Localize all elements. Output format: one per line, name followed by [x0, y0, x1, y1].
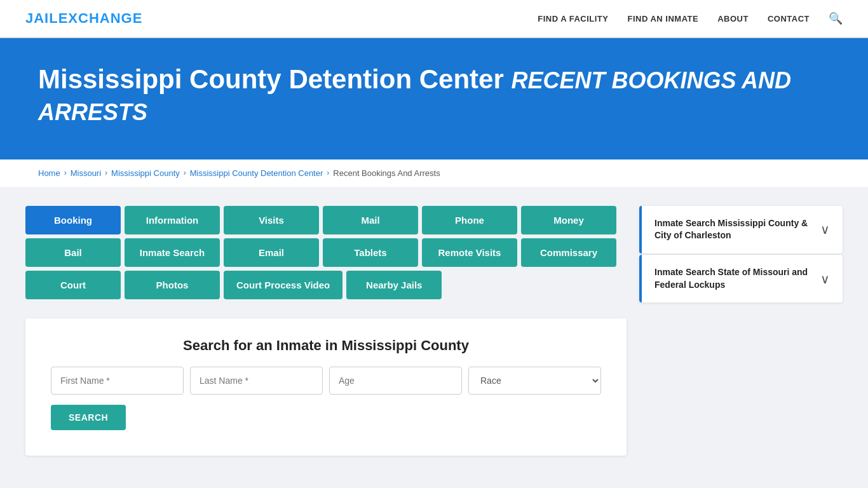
tab-photos[interactable]: Photos [125, 271, 220, 299]
search-button[interactable]: SEARCH [51, 405, 126, 430]
race-select[interactable]: Race White Black Hispanic Asian Other [468, 367, 601, 395]
breadcrumb-current: Recent Bookings And Arrests [333, 168, 440, 178]
breadcrumb-sep-3: › [184, 168, 186, 177]
tab-money[interactable]: Money [521, 206, 616, 234]
inmate-search-form: Search for an Inmate in Mississippi Coun… [25, 318, 627, 456]
navbar: JAILEXCHANGE FIND A FACILITY FIND AN INM… [0, 0, 868, 38]
breadcrumb-sep-1: › [64, 168, 67, 177]
breadcrumb-home[interactable]: Home [38, 168, 60, 178]
sidebar-card-2: Inmate Search State of Missouri and Fede… [639, 255, 843, 302]
tab-booking[interactable]: Booking [25, 206, 121, 234]
chevron-down-icon-2: ∨ [820, 271, 830, 287]
breadcrumb-sep-4: › [327, 168, 329, 177]
age-input[interactable] [329, 367, 462, 395]
tab-tablets[interactable]: Tablets [323, 238, 418, 267]
tab-bail[interactable]: Bail [25, 238, 121, 267]
logo-jail: JAIL [25, 10, 58, 26]
tab-court-process-video[interactable]: Court Process Video [224, 271, 342, 299]
sidebar-card-2-header[interactable]: Inmate Search State of Missouri and Fede… [639, 255, 843, 302]
tab-information[interactable]: Information [125, 206, 220, 234]
tab-email[interactable]: Email [224, 238, 319, 267]
tabs-grid: Booking Information Visits Mail Phone Mo… [25, 206, 627, 299]
sidebar-card-1: Inmate Search Mississippi County & City … [639, 206, 843, 254]
sidebar-card-2-title: Inmate Search State of Missouri and Fede… [654, 266, 820, 291]
tab-phone[interactable]: Phone [422, 206, 517, 234]
logo-exchange: EXCHANGE [58, 10, 143, 26]
sidebar-card-1-header[interactable]: Inmate Search Mississippi County & City … [639, 206, 843, 254]
last-name-input[interactable] [190, 367, 323, 395]
nav-find-inmate[interactable]: FIND AN INMATE [627, 13, 698, 24]
breadcrumb-sep-2: › [105, 168, 107, 177]
search-form-title: Search for an Inmate in Mississippi Coun… [51, 337, 601, 354]
breadcrumb: Home › Missouri › Mississippi County › M… [0, 159, 868, 187]
nav-menu: FIND A FACILITY FIND AN INMATE ABOUT CON… [538, 11, 843, 25]
sidebar-card-1-title: Inmate Search Mississippi County & City … [654, 217, 820, 242]
breadcrumb-missouri[interactable]: Missouri [71, 168, 101, 178]
tabs-section: Booking Information Visits Mail Phone Mo… [25, 206, 627, 456]
first-name-input[interactable] [51, 367, 184, 395]
nav-contact[interactable]: CONTACT [768, 13, 810, 24]
nav-find-facility[interactable]: FIND A FACILITY [538, 13, 608, 24]
main-content: Booking Information Visits Mail Phone Mo… [0, 187, 868, 475]
breadcrumb-mississippi-county[interactable]: Mississippi County [111, 168, 180, 178]
breadcrumb-detention-center[interactable]: Mississippi County Detention Center [190, 168, 323, 178]
nav-search[interactable]: 🔍 [829, 11, 843, 25]
hero-banner: Mississippi County Detention Center RECE… [0, 38, 868, 159]
tab-remote-visits[interactable]: Remote Visits [422, 238, 517, 267]
hero-title-main: Mississippi County Detention Center [38, 64, 504, 94]
chevron-down-icon-1: ∨ [820, 222, 830, 237]
nav-about[interactable]: ABOUT [717, 13, 749, 24]
tab-nearby-jails[interactable]: Nearby Jails [346, 271, 442, 299]
page-title: Mississippi County Detention Center RECE… [38, 64, 830, 128]
tab-court[interactable]: Court [25, 271, 121, 299]
search-inputs-row: Race White Black Hispanic Asian Other [51, 367, 601, 395]
tab-inmate-search[interactable]: Inmate Search [125, 238, 220, 267]
tab-visits[interactable]: Visits [224, 206, 319, 234]
tab-mail[interactable]: Mail [323, 206, 418, 234]
site-logo[interactable]: JAILEXCHANGE [25, 10, 142, 27]
sidebar: Inmate Search Mississippi County & City … [639, 206, 843, 304]
tab-commissary[interactable]: Commissary [521, 238, 616, 267]
search-icon-button[interactable]: 🔍 [829, 11, 843, 25]
